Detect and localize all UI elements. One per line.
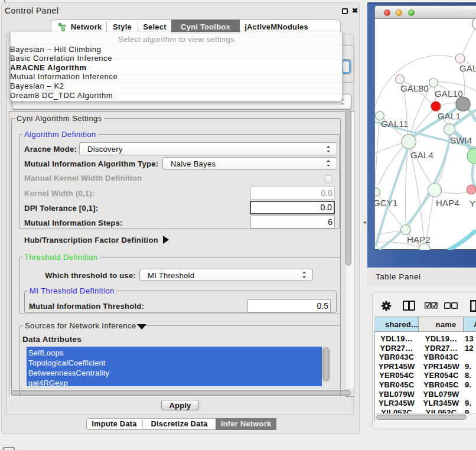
svg-text:GAL4: GAL4 (410, 150, 433, 160)
svg-text:GAL80: GAL80 (400, 83, 429, 93)
svg-text:GAL11: GAL11 (381, 119, 409, 129)
svg-text:GCY1: GCY1 (375, 198, 398, 208)
svg-text:GAL1: GAL1 (438, 111, 461, 121)
svg-text:HAP2: HAP2 (407, 234, 431, 244)
svg-text:SWI4: SWI4 (450, 135, 472, 145)
svg-text:GAL10: GAL10 (435, 89, 463, 99)
svg-text:HAP4: HAP4 (436, 198, 459, 208)
svg-text:Y: Y (470, 198, 475, 208)
svg-text:GAL2: GAL2 (459, 63, 476, 73)
